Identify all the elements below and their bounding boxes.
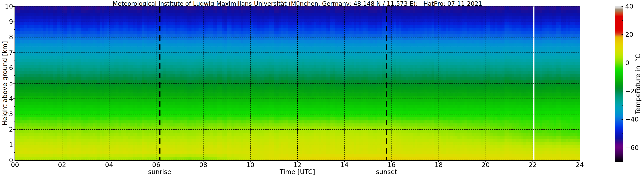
colorbar-minor-tick-mark [622,20,623,21]
y-minor-tick-mark [14,152,15,153]
x-tick-label: 14 [335,161,354,169]
y-tick-label: 3 [0,110,13,118]
colorbar-minor-tick-mark [622,77,623,77]
y-tick-mark [13,83,15,84]
colorbar-minor-tick-mark [622,49,623,49]
x-tick-label: 10 [241,161,260,169]
y-minor-tick-mark [14,106,15,107]
y-tick-label: 6 [0,64,13,72]
y-minor-tick-mark [14,91,15,91]
y-minor-tick-mark [14,14,15,14]
y-minor-tick-mark [14,29,15,30]
y-tick-label: 8 [0,33,13,41]
sunset-label: sunset [361,168,412,176]
y-tick-mark [13,98,15,99]
y-tick-mark [13,6,15,7]
y-tick-label: 5 [0,79,13,87]
y-minor-tick-mark [14,75,15,76]
x-tick-label: 06 [146,161,166,169]
y-tick-mark [13,145,15,145]
y-minor-tick-mark [14,122,15,122]
y-tick-label: 2 [0,126,13,133]
x-tick-label: 16 [382,161,401,169]
colorbar-minor-tick-mark [622,105,623,106]
colorbar-tick-mark [622,119,623,120]
colorbar-tick-mark [622,148,623,148]
colorbar-tick-mark [622,34,623,35]
y-tick-label: 4 [0,95,13,103]
y-minor-tick-mark [14,137,15,137]
y-tick-mark [13,160,15,161]
x-tick-label: 02 [52,161,72,169]
y-minor-tick-mark [14,45,15,45]
y-minor-tick-mark [14,60,15,60]
y-tick-mark [13,37,15,37]
colorbar-label: Temperature in °C [633,6,643,162]
colorbar-tick-mark [622,63,623,63]
y-tick-mark [13,129,15,130]
x-tick-label: 22 [523,161,542,169]
y-tick-mark [13,114,15,114]
y-tick-label: 0 [0,156,13,164]
x-tick-label: 18 [429,161,448,169]
y-tick-mark [13,52,15,53]
x-tick-label: 04 [100,161,119,169]
plot-frame [14,6,580,161]
y-tick-mark [13,68,15,68]
x-tick-label: 08 [194,161,213,169]
x-tick-label: 12 [288,161,307,169]
x-axis-label: Time [UTC] [15,168,580,176]
x-tick-label: 24 [570,161,590,169]
y-tick-label: 9 [0,18,13,26]
colorbar-tick-mark [622,91,623,91]
x-tick-label: 20 [476,161,495,169]
y-tick-label: 1 [0,141,13,149]
colorbar-tick-mark [622,6,623,7]
hatpro-temperature-figure: Meteorological Institute of Ludwig-Maxim… [0,0,644,176]
y-tick-label: 7 [0,49,13,56]
colorbar-minor-tick-mark [622,134,623,134]
y-tick-label: 10 [0,2,13,10]
y-tick-mark [13,21,15,22]
sunrise-label: sunrise [134,168,186,176]
colorbar-canvas [615,6,623,162]
